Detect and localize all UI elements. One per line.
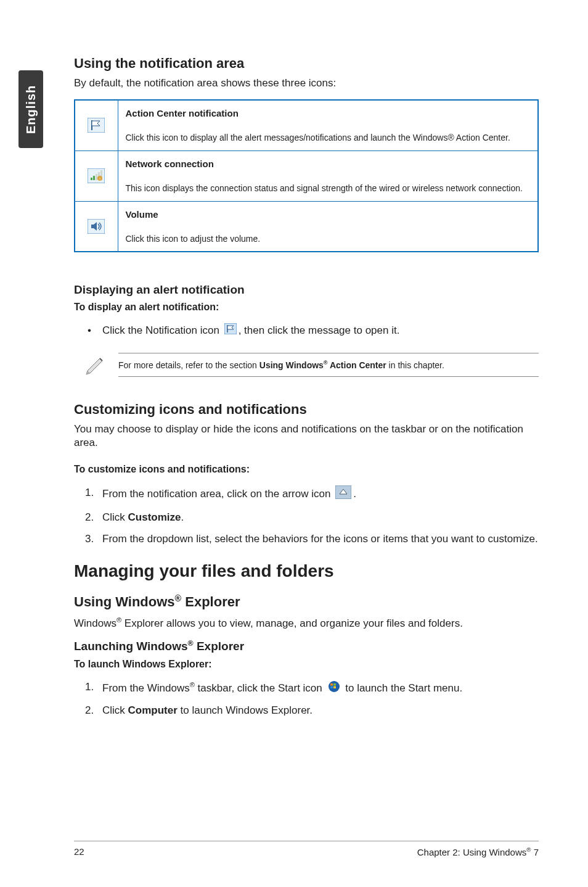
page-footer: 22 Chapter 2: Using Windows® 7: [74, 841, 539, 857]
svg-rect-15: [330, 683, 333, 686]
sub-customize: To customize icons and notifications:: [74, 464, 250, 474]
list-item: Click the Notification icon , then click…: [85, 323, 539, 339]
intro-notification-area: By default, the notification area shows …: [74, 76, 539, 91]
svg-rect-4: [93, 176, 95, 180]
volume-desc-cell: Volume Click this icon to adjust the vol…: [118, 201, 538, 252]
speaker-icon: [88, 219, 105, 234]
text-fragment: to launch Windows Explorer.: [178, 704, 312, 716]
table-row: ! Network connection This icon displays …: [75, 151, 538, 201]
note-content: For more details, refer to the section U…: [118, 350, 539, 379]
sub-launch-explorer: To launch Windows Explorer:: [74, 659, 212, 669]
text-fragment: , then click the message to open it.: [239, 325, 400, 337]
list-item: 3. From the dropdown list, select the be…: [85, 532, 539, 547]
heading-windows-explorer: Using Windows® Explorer: [74, 593, 539, 610]
text-fragment: Click: [102, 704, 128, 716]
list-item: 1. From the notification area, click on …: [85, 485, 539, 504]
text-fragment: Using Windows: [259, 360, 324, 370]
text-fragment: .: [353, 489, 356, 500]
note-block: For more details, refer to the section U…: [83, 350, 539, 379]
row-desc: This icon displays the connection status…: [126, 183, 523, 193]
heading-customizing: Customizing icons and notifications: [74, 402, 539, 418]
chapter-label: Chapter 2: Using Windows® 7: [417, 846, 539, 857]
svg-rect-18: [333, 686, 336, 688]
text-fragment: to launch the Start menu.: [345, 682, 462, 694]
list-item: 1. From the Windows® taskbar, click the …: [85, 680, 539, 697]
alert-steps-list: Click the Notification icon , then click…: [74, 323, 539, 339]
intro-customizing: You may choose to display or hide the ic…: [74, 423, 539, 451]
volume-icon-cell: [75, 201, 118, 252]
row-title: Action Center notification: [126, 108, 239, 118]
network-signal-icon: !: [88, 168, 105, 183]
table-row: Action Center notification Click this ic…: [75, 100, 538, 151]
text-fragment: in this chapter.: [386, 360, 444, 370]
notification-icons-table: Action Center notification Click this ic…: [74, 99, 539, 252]
note-text: For more details, refer to the section U…: [118, 356, 539, 374]
heading-managing-files: Managing your files and folders: [74, 561, 539, 581]
pencil-icon: [83, 351, 107, 378]
text-fragment: From the Windows® taskbar, click the Sta…: [102, 682, 325, 694]
network-desc-cell: Network connection This icon displays th…: [118, 151, 538, 201]
row-desc: Click this icon to display all the alert…: [126, 133, 510, 142]
svg-rect-16: [333, 683, 336, 686]
list-item: 2. Click Computer to launch Windows Expl…: [85, 703, 539, 719]
text-fragment: For more details, refer to the section: [118, 360, 259, 370]
svg-rect-3: [91, 178, 92, 180]
page-number: 22: [74, 846, 84, 857]
text-fragment: From the notification area, click on the…: [102, 489, 333, 500]
svg-rect-17: [330, 686, 333, 688]
text-fragment: Click: [102, 511, 128, 523]
text-fragment: Action Center: [330, 360, 386, 370]
sub-display-alert: To display an alert notification:: [74, 302, 219, 312]
heading-alert-notification: Displaying an alert notification: [74, 283, 539, 297]
action-center-icon-cell: [75, 100, 118, 151]
network-icon-cell: !: [75, 151, 118, 201]
arrow-up-icon: [335, 485, 351, 504]
text-fragment: Computer: [128, 704, 178, 716]
intro-explorer: Windows® Explorer allows you to view, ma…: [74, 616, 539, 631]
svg-rect-5: [96, 174, 97, 180]
list-item: 2. Click Customize.: [85, 510, 539, 526]
language-tab: English: [18, 70, 43, 148]
heading-launching-explorer: Launching Windows® Explorer: [74, 639, 539, 653]
row-title: Network connection: [126, 159, 214, 169]
flag-icon: [224, 323, 237, 339]
table-row: Volume Click this icon to adjust the vol…: [75, 201, 538, 252]
text-fragment: From the dropdown list, select the behav…: [102, 533, 538, 545]
row-desc: Click this icon to adjust the volume.: [126, 234, 261, 244]
row-title: Volume: [126, 209, 158, 220]
text-fragment: Click the Notification icon: [102, 325, 223, 337]
launch-steps: 1. From the Windows® taskbar, click the …: [74, 680, 539, 719]
text-fragment: .: [181, 511, 184, 523]
text-fragment: Customize: [128, 511, 181, 523]
heading-notification-area: Using the notification area: [74, 56, 539, 72]
windows-start-icon: [327, 680, 341, 698]
page: English Using the notification area By d…: [0, 0, 588, 887]
action-center-desc-cell: Action Center notification Click this ic…: [118, 100, 538, 151]
flag-icon: [88, 118, 105, 133]
customize-steps: 1. From the notification area, click on …: [74, 485, 539, 547]
